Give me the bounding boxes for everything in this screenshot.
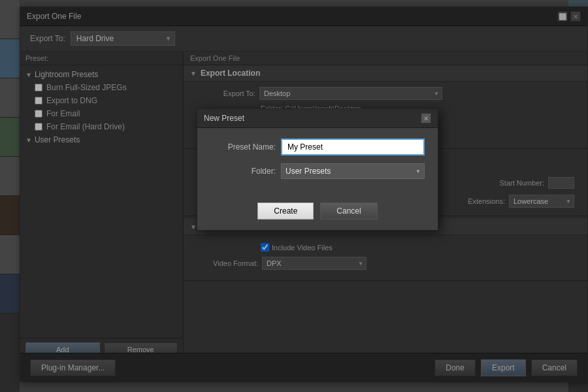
np-buttons: Create Cancel bbox=[197, 197, 438, 230]
thumb-7 bbox=[0, 235, 20, 274]
np-preset-name-input[interactable] bbox=[281, 139, 425, 155]
thumb-8 bbox=[0, 274, 20, 314]
thumb-6 bbox=[0, 196, 20, 235]
thumb-5 bbox=[0, 157, 20, 196]
np-folder-row: Folder: User Presets Lightroom Presets bbox=[210, 163, 425, 179]
np-cancel-button[interactable]: Cancel bbox=[320, 203, 377, 220]
np-close-button[interactable]: ✕ bbox=[421, 113, 431, 123]
thumb-3 bbox=[0, 78, 20, 118]
np-create-button[interactable]: Create bbox=[257, 203, 314, 220]
thumb-1 bbox=[0, 0, 20, 39]
np-folder-label: Folder: bbox=[210, 167, 276, 176]
np-body: Preset Name: Folder: User Presets Lightr… bbox=[197, 128, 438, 197]
np-preset-name-row: Preset Name: bbox=[210, 139, 425, 155]
np-title: New Preset bbox=[204, 114, 244, 123]
np-folder-wrap: User Presets Lightroom Presets bbox=[281, 163, 425, 179]
np-titlebar: New Preset ✕ bbox=[197, 109, 438, 128]
thumb-4 bbox=[0, 118, 20, 157]
new-preset-dialog: New Preset ✕ Preset Name: Folder: User P… bbox=[197, 108, 438, 231]
thumb-2 bbox=[0, 39, 20, 78]
np-preset-name-label: Preset Name: bbox=[210, 142, 276, 152]
left-strip bbox=[0, 0, 20, 392]
main-dialog: Export One File ⬜ ✕ Export To: Hard Driv… bbox=[20, 7, 588, 382]
np-folder-select[interactable]: User Presets Lightroom Presets bbox=[281, 163, 425, 179]
